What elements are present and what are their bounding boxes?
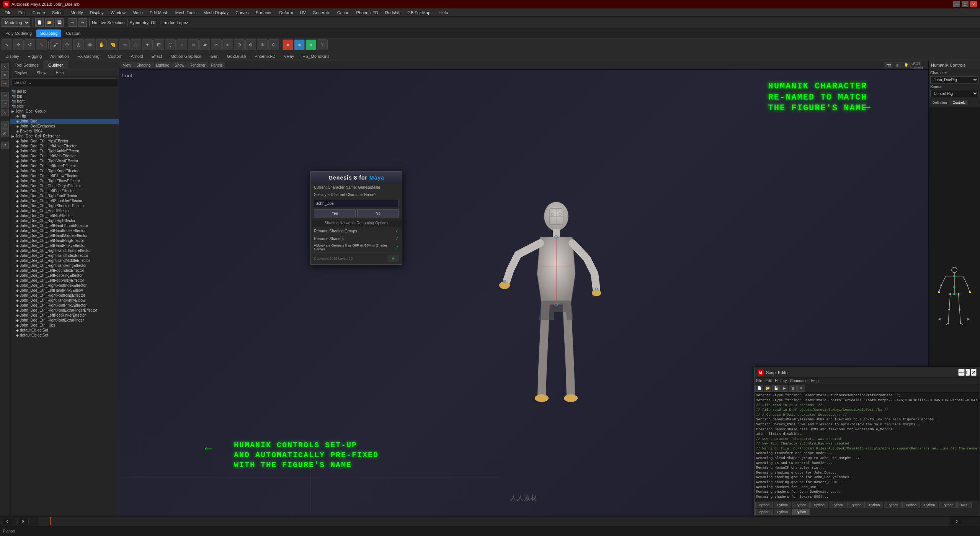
- tree-item[interactable]: ◆ John_Doe_Ctrl_RightFootIndexEffector: [10, 283, 119, 288]
- outliner-show-tab[interactable]: Show: [32, 69, 51, 77]
- bulge-btn[interactable]: ⊙: [234, 39, 245, 50]
- tree-item[interactable]: ◆ defaultObjectSet: [10, 333, 119, 338]
- tab-effect[interactable]: Effect: [148, 52, 166, 60]
- undo-btn[interactable]: ↩: [69, 18, 77, 27]
- script-tab[interactable]: Python: [939, 502, 957, 508]
- color3-btn[interactable]: ■: [305, 39, 316, 50]
- menu-mesh[interactable]: Mesh: [129, 10, 146, 16]
- script-menu-command[interactable]: Command: [790, 379, 807, 383]
- character-name-input[interactable]: [314, 200, 399, 207]
- tree-item[interactable]: ◈ John_DoeEyelashes: [10, 124, 119, 129]
- mode-select[interactable]: Modeling: [2, 18, 30, 27]
- smooth-btn[interactable]: ◎: [73, 39, 84, 50]
- erase-btn[interactable]: ⊘: [268, 39, 279, 50]
- scrape-btn[interactable]: ▱: [188, 39, 199, 50]
- script-run-btn[interactable]: ▶: [781, 385, 788, 392]
- minimize-button[interactable]: —: [953, 1, 960, 7]
- tab-arnold[interactable]: Arnold: [127, 52, 147, 60]
- foamy-btn[interactable]: ◌: [131, 39, 141, 50]
- character-select[interactable]: John_DoeRig: [930, 76, 978, 83]
- tree-item[interactable]: ◆ John_Doe_Ctrl_RightKneeEffector: [10, 168, 119, 173]
- menu-modify[interactable]: Modify: [67, 10, 86, 16]
- redo-btn[interactable]: ↪: [78, 18, 87, 27]
- tree-item[interactable]: ◆ John_Doe_Ctrl_Hips: [10, 323, 119, 328]
- menu-generate[interactable]: Generate: [310, 10, 333, 16]
- script-tab[interactable]: Python: [847, 502, 865, 508]
- tree-item[interactable]: ▶ John_Doe_Ctrl_Reference: [10, 134, 119, 139]
- tree-item[interactable]: ◆ John_Doe_Ctrl_LeftWristEffector: [10, 154, 119, 159]
- hik-tab-controls[interactable]: Controls: [951, 100, 969, 105]
- script-save-btn[interactable]: 💾: [772, 385, 780, 392]
- tab-outliner[interactable]: Outliner: [44, 61, 68, 69]
- tree-item[interactable]: ◆ John_Doe_Ctrl_LeftFootIndexEffector: [10, 268, 119, 273]
- menu-select[interactable]: Select: [49, 10, 67, 16]
- script-tab[interactable]: Python: [792, 502, 810, 508]
- script-tab[interactable]: Python: [866, 502, 883, 508]
- select-mode-btn[interactable]: ↖: [1, 63, 9, 70]
- camera-btn[interactable]: 📷: [884, 62, 893, 68]
- tree-item[interactable]: ◆ John_Doe_Ctrl_LeftAnkleEffector: [10, 144, 119, 149]
- menu-surfaces[interactable]: Surfaces: [253, 10, 275, 16]
- script-tab[interactable]: Python: [774, 502, 791, 508]
- tree-item[interactable]: ◆ John_Doe_Ctrl_RightHandMiddleEffector: [10, 258, 119, 263]
- script-clear-btn[interactable]: 🗑: [789, 385, 797, 392]
- vp-view-btn[interactable]: View: [121, 62, 134, 68]
- timeline-content[interactable]: [38, 516, 949, 526]
- menu-display[interactable]: Display: [87, 10, 107, 16]
- vp-show-btn[interactable]: Show: [172, 62, 186, 68]
- select-tool-btn[interactable]: ↖: [2, 39, 12, 50]
- outliner-display-tab[interactable]: Display: [10, 69, 32, 77]
- tree-item[interactable]: ◆ John_Doe_Ctrl_HeadEffector: [10, 208, 119, 213]
- script-tab[interactable]: Python: [829, 502, 846, 508]
- move-btn[interactable]: ✛: [1, 92, 9, 100]
- rotate-tool-btn[interactable]: ↺: [24, 39, 35, 50]
- tab-animation[interactable]: Animation: [46, 52, 73, 60]
- tree-item[interactable]: ◆ John_Doe_Ctrl_RightAnkleEffector: [10, 149, 119, 154]
- script-tab[interactable]: Python: [902, 502, 920, 508]
- tree-item[interactable]: ◆ John_Doe_Ctrl_RightShoulderEffector: [10, 203, 119, 208]
- yes-button[interactable]: Yes: [314, 209, 356, 217]
- sculpt-btn[interactable]: ⊕: [62, 39, 72, 50]
- paint-tool-btn[interactable]: 🖌: [50, 39, 61, 50]
- flatten-btn[interactable]: ▭: [119, 39, 130, 50]
- tree-item[interactable]: ◆ John_Doe_Ctrl_LeftFootEffector: [10, 188, 119, 193]
- search-input[interactable]: [11, 78, 117, 86]
- scale-tool-btn[interactable]: ⤡: [36, 39, 47, 50]
- script-tab[interactable]: Python: [921, 502, 938, 508]
- lasso-btn[interactable]: ⌗: [1, 71, 9, 79]
- timeline-start[interactable]: [2, 519, 13, 524]
- show-help-btn[interactable]: ?: [1, 142, 9, 149]
- hik-tab-definition[interactable]: Definition: [930, 100, 950, 105]
- tab-fx[interactable]: FX Caching: [74, 52, 103, 60]
- color1-btn[interactable]: ■: [283, 39, 293, 50]
- smear-btn[interactable]: ≋: [222, 39, 233, 50]
- timeline-end[interactable]: [951, 519, 962, 524]
- tree-item[interactable]: ◆ John_Doe_Ctrl_LeftHandMiddleEffector: [10, 233, 119, 238]
- tab-poly-modeling[interactable]: Poly Modeling: [2, 29, 36, 37]
- script-open-btn[interactable]: 📂: [764, 385, 771, 392]
- soft-select-btn[interactable]: ◎: [1, 129, 9, 137]
- menu-redshift[interactable]: Redshift: [382, 10, 403, 16]
- tree-item[interactable]: ◆ John_Doe_Ctrl_RightFootPinkyEffector: [10, 303, 119, 308]
- tree-item[interactable]: ◆ John_Doe_Ctrl_RightHipEffector: [10, 218, 119, 223]
- menu-edit-mesh[interactable]: Edit Mesh: [147, 10, 172, 16]
- tab-phoenixfd[interactable]: PhoenixFD: [251, 52, 279, 60]
- tab-vray[interactable]: VRay: [280, 52, 298, 60]
- tree-item[interactable]: ◆ John_Doe_Ctrl_ChestOriginEffector: [10, 183, 119, 188]
- relax-btn[interactable]: ⊗: [85, 39, 95, 50]
- script-maximize-btn[interactable]: □: [965, 369, 970, 376]
- save-btn[interactable]: 💾: [55, 18, 64, 27]
- grid-btn[interactable]: #: [894, 62, 901, 68]
- script-menu-edit[interactable]: Edit: [765, 379, 772, 383]
- menu-create[interactable]: Create: [29, 10, 48, 16]
- tree-item[interactable]: ◆ John_Doe_Ctrl_LeftHandPinkyEffector: [10, 243, 119, 248]
- pinch-btn[interactable]: 🤏: [108, 39, 118, 50]
- open-btn[interactable]: 📂: [45, 18, 54, 27]
- script-tab[interactable]: MEL: [957, 502, 972, 508]
- menu-cache[interactable]: Cache: [334, 10, 353, 16]
- no-button[interactable]: No: [357, 209, 399, 217]
- tree-item[interactable]: ◆ John_Doe_Ctrl_LeftFootRingEffector: [10, 273, 119, 278]
- script-minimize-btn[interactable]: —: [958, 369, 965, 376]
- wax-btn[interactable]: ○: [176, 39, 187, 50]
- tree-item[interactable]: ◆ John_Doe_Ctrl_RightWristEffector: [10, 159, 119, 163]
